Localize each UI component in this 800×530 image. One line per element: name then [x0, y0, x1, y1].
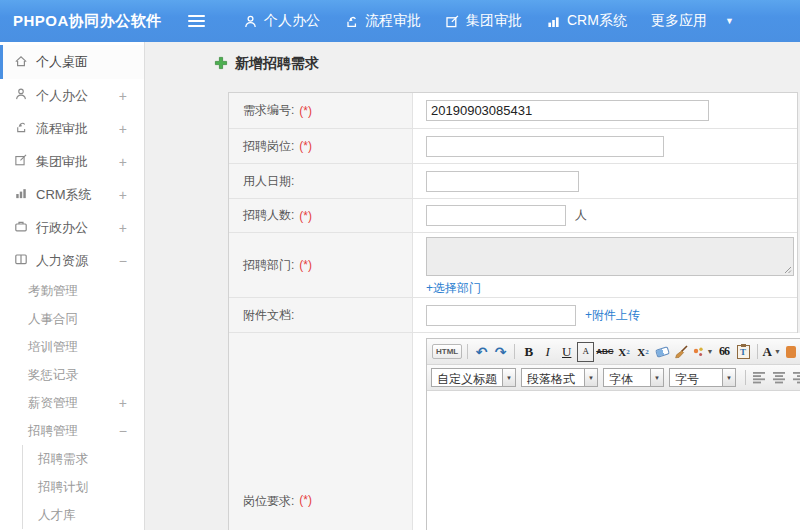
add-plus-icon — [214, 56, 228, 73]
field-label-text: 需求编号: — [243, 102, 294, 119]
nav-item-crm[interactable]: CRM系统 — [546, 12, 627, 30]
sidebar-subitem-label: 人事合同 — [28, 311, 78, 328]
attachment-upload-link[interactable]: +附件上传 — [585, 307, 640, 324]
sidebar-subitem-reward-record[interactable]: 奖惩记录 — [0, 361, 144, 389]
sidebar-subsubitem-recruit-plan[interactable]: 招聘计划 — [23, 473, 144, 501]
blockquote-button[interactable]: 66 — [716, 342, 733, 362]
user-icon — [14, 87, 28, 104]
sidebar-item-personal-office[interactable]: 个人办公 + — [0, 79, 144, 112]
choose-department-link[interactable]: +选择部门 — [426, 280, 481, 297]
subscript-button[interactable]: X2 — [635, 342, 652, 362]
briefcase-icon — [14, 219, 28, 236]
sidebar-subsubitem-recruit-demand[interactable]: 招聘需求 — [23, 445, 144, 473]
field-label-text: 招聘人数: — [243, 207, 294, 224]
dropdown-arrow-icon: ▼ — [584, 369, 597, 386]
field-value-cell — [413, 129, 797, 163]
field-value-cell: +选择部门 — [413, 233, 797, 297]
caret-down-icon: ▼ — [725, 16, 734, 26]
sidebar-subitem-recruitment[interactable]: 招聘管理 − — [0, 417, 144, 445]
attachment-input[interactable] — [426, 305, 576, 326]
nav-item-workflow-approval[interactable]: 流程审批 — [344, 12, 421, 30]
paste-as-text-button[interactable]: T — [735, 342, 752, 362]
html-source-button[interactable]: HTML — [432, 344, 462, 359]
color-palette-button[interactable]: ▼ — [692, 342, 714, 362]
font-size-dropdown[interactable]: 字号 ▼ — [669, 368, 736, 387]
custom-heading-dropdown[interactable]: 自定义标题 ▼ — [431, 368, 516, 387]
required-mark: (*) — [299, 139, 312, 153]
editor-content-area[interactable] — [427, 391, 800, 530]
edit-square-icon — [445, 14, 460, 29]
subscript-base: X — [637, 346, 645, 358]
dropdown-value: 字体 — [604, 369, 650, 386]
sidebar-item-label: CRM系统 — [36, 186, 92, 204]
sidebar-item-admin-office[interactable]: 行政办公 + — [0, 211, 144, 244]
field-label-text: 岗位要求: — [243, 493, 294, 510]
highlight-color-button[interactable] — [783, 342, 800, 362]
sidebar-subitem-training[interactable]: 培训管理 — [0, 333, 144, 361]
align-left-icon — [753, 371, 767, 384]
nav-item-more-apps[interactable]: 更多应用 ▼ — [651, 12, 734, 30]
demand-number-input[interactable] — [426, 100, 709, 121]
nav-item-label: 流程审批 — [365, 12, 421, 30]
recruitment-submenu: 招聘需求 招聘计划 人才库 — [22, 445, 144, 529]
remove-format-button[interactable] — [654, 342, 671, 362]
brush-icon — [674, 345, 688, 359]
required-mark: (*) — [299, 493, 312, 507]
bold-button[interactable]: B — [520, 342, 537, 362]
sidebar-subitem-salary[interactable]: 薪资管理 + — [0, 389, 144, 417]
nav-item-personal-office[interactable]: 个人办公 — [243, 12, 320, 30]
strikethrough-button[interactable]: ABC — [596, 342, 613, 362]
position-input[interactable] — [426, 136, 664, 157]
eraser-icon — [655, 346, 670, 358]
format-painter-button[interactable] — [673, 342, 690, 362]
superscript-base: X — [618, 346, 626, 358]
bar-chart-icon — [546, 14, 561, 29]
sidebar-item-crm[interactable]: CRM系统 + — [0, 178, 144, 211]
department-textarea[interactable] — [426, 237, 794, 276]
sidebar-item-workflow-approval[interactable]: 流程审批 + — [0, 112, 144, 145]
sidebar-subitem-hr-contract[interactable]: 人事合同 — [0, 305, 144, 333]
italic-button[interactable]: I — [539, 342, 556, 362]
form-row-headcount: 招聘人数: (*) 人 — [229, 199, 797, 233]
font-style-button[interactable]: A — [577, 342, 594, 362]
align-left-button[interactable] — [753, 371, 767, 384]
redo-icon[interactable]: ↷ — [492, 342, 509, 362]
edit-square-icon — [14, 153, 28, 170]
sidebar-subitem-label: 考勤管理 — [28, 283, 78, 300]
collapse-icon: − — [119, 253, 127, 269]
align-center-button[interactable] — [773, 371, 787, 384]
align-right-button[interactable] — [793, 371, 800, 384]
dropdown-arrow-icon: ▼ — [650, 369, 663, 386]
paragraph-format-dropdown[interactable]: 段落格式 ▼ — [521, 368, 598, 387]
sidebar-item-hr[interactable]: 人力资源 − — [0, 244, 144, 277]
caret-down-icon: ▼ — [707, 348, 714, 355]
bar-chart-icon — [14, 186, 28, 203]
nav-item-label: 集团审批 — [466, 12, 522, 30]
nav-item-group-approval[interactable]: 集团审批 — [445, 12, 522, 30]
sidebar-subsubitem-talent-pool[interactable]: 人才库 — [23, 501, 144, 529]
sidebar-subitem-attendance[interactable]: 考勤管理 — [0, 277, 144, 305]
font-family-dropdown[interactable]: 字体 ▼ — [603, 368, 664, 387]
sidebar-item-personal-desktop[interactable]: 个人桌面 — [0, 45, 144, 79]
headcount-input[interactable] — [426, 205, 566, 226]
page-title: 新增招聘需求 — [214, 55, 319, 73]
sidebar-item-label: 集团审批 — [36, 153, 88, 171]
sidebar-item-group-approval[interactable]: 集团审批 + — [0, 145, 144, 178]
expand-icon: + — [119, 88, 127, 104]
field-label-text: 用人日期: — [243, 173, 294, 190]
font-color-letter: A — [763, 344, 772, 360]
field-value-cell — [413, 164, 797, 198]
hire-date-input[interactable] — [426, 171, 579, 192]
resize-handle-icon — [782, 264, 792, 274]
font-color-button[interactable]: A ▼ — [763, 342, 781, 362]
superscript-button[interactable]: X2 — [616, 342, 633, 362]
underline-button[interactable]: U — [558, 342, 575, 362]
undo-icon[interactable]: ↶ — [473, 342, 490, 362]
field-label: 岗位要求: (*) — [229, 333, 413, 530]
palette-icon — [692, 346, 705, 358]
required-mark: (*) — [299, 258, 312, 272]
workflow-icon — [14, 120, 28, 137]
workflow-icon — [344, 14, 359, 29]
menu-toggle-icon[interactable] — [188, 15, 205, 27]
field-label-text: 招聘岗位: — [243, 138, 294, 155]
